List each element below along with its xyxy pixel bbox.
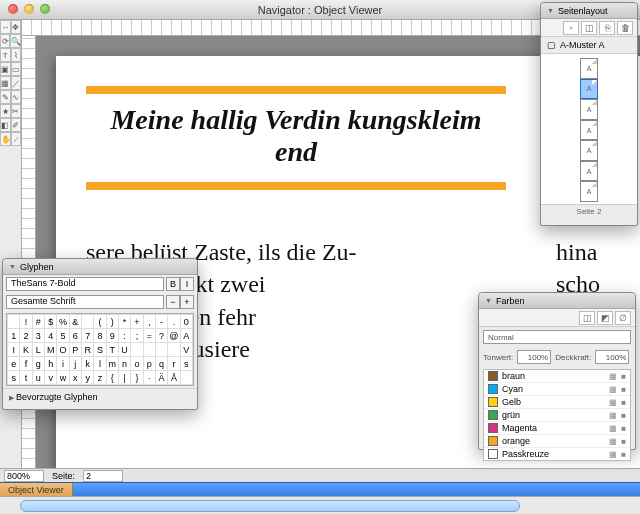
glyph-cell[interactable]: T	[106, 343, 118, 357]
glyph-cell[interactable]: x	[69, 371, 81, 385]
tool-star[interactable]: ★	[0, 104, 11, 118]
swatch-row[interactable]: Passkreuze▦■	[484, 448, 630, 461]
panel-colors[interactable]: Farben ◫ ◩ ∅ Normal Tonwert: 100% Deckkr…	[478, 292, 636, 450]
swatch-row[interactable]: Magenta▦■	[484, 422, 630, 435]
subset-select[interactable]: Gesamte Schrift	[6, 295, 164, 309]
glyph-cell[interactable]: s	[8, 371, 20, 385]
swatch-row[interactable]: braun▦■	[484, 370, 630, 383]
page-thumb[interactable]: A	[580, 120, 598, 141]
blend-mode-select[interactable]: Normal	[483, 330, 631, 344]
scrollbar-horizontal[interactable]	[0, 496, 640, 514]
glyph-cell[interactable]	[168, 343, 180, 357]
swatch-row[interactable]: orange▦■	[484, 435, 630, 448]
glyph-cell[interactable]: (	[94, 315, 106, 329]
headline-text[interactable]: Meine hallig Verdin kungskleim end	[86, 94, 506, 182]
headline-frame[interactable]: Meine hallig Verdin kungskleim end	[86, 86, 506, 190]
layout-tool-icon[interactable]: ▫	[563, 21, 579, 35]
glyph-cell[interactable]: j	[69, 357, 81, 371]
page-thumb[interactable]: A	[580, 58, 598, 79]
glyph-cell[interactable]	[155, 343, 167, 357]
tool-link-text[interactable]: ⌇	[11, 48, 22, 62]
tool-line[interactable]: ／	[11, 76, 22, 90]
glyph-cell[interactable]: n	[118, 357, 130, 371]
page-thumb[interactable]: A	[580, 161, 598, 182]
glyph-cell[interactable]: U	[118, 343, 130, 357]
glyph-cell[interactable]: ;	[131, 329, 143, 343]
glyph-cell[interactable]: 6	[69, 329, 81, 343]
glyph-cell[interactable]: P	[69, 343, 81, 357]
glyph-cell[interactable]: .	[168, 315, 180, 329]
glyph-cell[interactable]: 0	[180, 315, 192, 329]
style-italic-icon[interactable]: I	[180, 277, 194, 291]
glyph-cell[interactable]	[81, 315, 93, 329]
glyph-cell[interactable]: y	[81, 371, 93, 385]
scrollbar-thumb[interactable]	[20, 500, 520, 512]
page-thumb[interactable]: A	[580, 99, 598, 120]
glyph-cell[interactable]: Ä	[155, 371, 167, 385]
glyph-cell[interactable]: &	[69, 315, 81, 329]
favorites-row[interactable]: Bevorzugte Glyphen	[3, 388, 197, 405]
zoom-out-icon[interactable]: −	[166, 295, 180, 309]
tool-image[interactable]: ▣	[0, 62, 11, 76]
page-thumb[interactable]: A	[580, 79, 598, 100]
glyph-cell[interactable]: $	[44, 315, 56, 329]
zoom-icon[interactable]	[40, 4, 50, 14]
layout-tool-icon[interactable]: ◫	[581, 21, 597, 35]
glyph-cell[interactable]: #	[32, 315, 44, 329]
glyph-cell[interactable]: z	[94, 371, 106, 385]
panel-title[interactable]: Farben	[479, 293, 635, 309]
glyph-cell[interactable]: {	[106, 371, 118, 385]
glyph-cell[interactable]: u	[32, 371, 44, 385]
glyph-cell[interactable]: w	[57, 371, 69, 385]
glyph-cell[interactable]: M	[44, 343, 56, 357]
glyph-cell[interactable]: s	[180, 357, 192, 371]
glyph-cell[interactable]: 3	[32, 329, 44, 343]
layout-tool-icon[interactable]: 🗑	[617, 21, 633, 35]
swatch-row[interactable]: Cyan▦■	[484, 383, 630, 396]
master-page-row[interactable]: A-Muster A	[541, 37, 637, 54]
glyph-cell[interactable]: O	[57, 343, 69, 357]
glyph-cell[interactable]: e	[8, 357, 20, 371]
style-bold-icon[interactable]: B	[166, 277, 180, 291]
tool-item[interactable]: ↔	[0, 20, 11, 34]
glyph-cell[interactable]: q	[155, 357, 167, 371]
page-thumb[interactable]: A	[580, 181, 598, 202]
glyph-cell[interactable]	[8, 315, 20, 329]
tint-field[interactable]: 100%	[517, 350, 551, 364]
panel-glyphs[interactable]: Glyphen TheSans 7-Bold BI Gesamte Schrif…	[2, 258, 198, 410]
glyph-cell[interactable]: ·	[143, 371, 155, 385]
glyph-cell[interactable]: L	[32, 343, 44, 357]
glyph-cell[interactable]: r	[168, 357, 180, 371]
glyph-cell[interactable]: !	[20, 315, 32, 329]
glyph-cell[interactable]	[131, 343, 143, 357]
zoom-field[interactable]	[4, 470, 44, 482]
glyph-cell[interactable]: )	[106, 315, 118, 329]
glyph-cell[interactable]: V	[180, 343, 192, 357]
zoom-in-icon[interactable]: +	[180, 295, 194, 309]
glyph-cell[interactable]: K	[20, 343, 32, 357]
page-thumb[interactable]: A	[580, 140, 598, 161]
close-icon[interactable]	[8, 4, 18, 14]
panel-title[interactable]: Glyphen	[3, 259, 197, 275]
glyph-cell[interactable]: 9	[106, 329, 118, 343]
color-tool-icon[interactable]: ◫	[579, 311, 595, 325]
glyph-cell[interactable]: k	[81, 357, 93, 371]
tool-move[interactable]: ✥	[11, 20, 22, 34]
color-tool-icon[interactable]: ◩	[597, 311, 613, 325]
glyph-cell[interactable]: *	[118, 315, 130, 329]
tool-table[interactable]: ▦	[0, 76, 11, 90]
glyph-cell[interactable]: i	[57, 357, 69, 371]
glyph-cell[interactable]: }	[131, 371, 143, 385]
glyph-cell[interactable]: R	[81, 343, 93, 357]
tool-freehand[interactable]: ∿	[11, 90, 22, 104]
glyph-cell[interactable]: 1	[8, 329, 20, 343]
panel-title[interactable]: Seitenlayout	[541, 3, 637, 19]
glyph-cell[interactable]: o	[131, 357, 143, 371]
glyph-cell[interactable]: =	[143, 329, 155, 343]
glyph-cell[interactable]: I	[8, 343, 20, 357]
glyph-cell[interactable]: m	[106, 357, 118, 371]
glyph-cell[interactable]: A	[180, 329, 192, 343]
tool-hand[interactable]: ✋	[0, 132, 11, 146]
glyph-cell[interactable]: -	[155, 315, 167, 329]
tool-zoom[interactable]: 🔍	[10, 34, 21, 48]
